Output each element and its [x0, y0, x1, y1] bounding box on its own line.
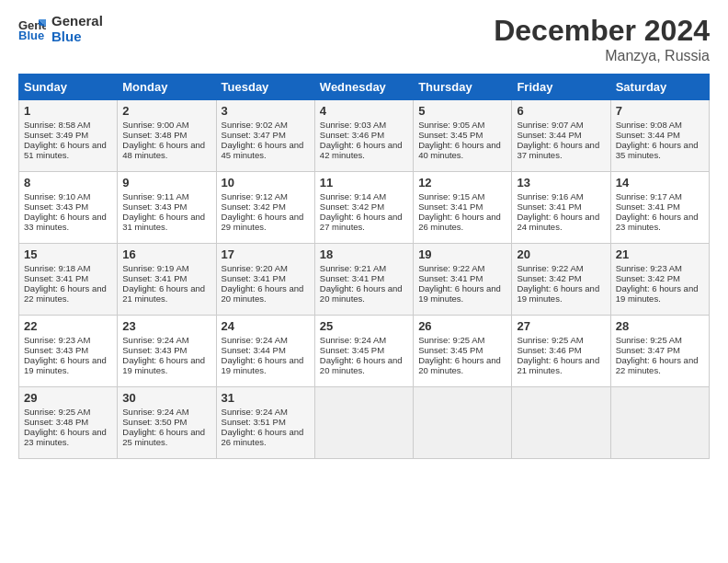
day-number: 2: [122, 104, 210, 118]
calendar-table: Sunday Monday Tuesday Wednesday Thursday…: [18, 74, 710, 459]
daylight-text: Daylight: 6 hours and 45 minutes.: [222, 140, 304, 160]
table-row: 20Sunrise: 9:22 AMSunset: 3:42 PMDayligh…: [512, 244, 610, 316]
table-row: 27Sunrise: 9:25 AMSunset: 3:46 PMDayligh…: [512, 316, 610, 387]
day-number: 7: [616, 104, 704, 118]
daylight-text: Daylight: 6 hours and 29 minutes.: [222, 212, 304, 232]
calendar-week-2: 8Sunrise: 9:10 AMSunset: 3:43 PMDaylight…: [19, 172, 710, 244]
sunset-text: Sunset: 3:41 PM: [418, 201, 483, 212]
day-number: 26: [418, 319, 506, 333]
sunset-text: Sunset: 3:41 PM: [222, 273, 286, 283]
sunset-text: Sunset: 3:48 PM: [122, 130, 187, 140]
sunset-text: Sunset: 3:44 PM: [517, 130, 581, 140]
day-number: 21: [616, 247, 704, 261]
daylight-text: Daylight: 6 hours and 31 minutes.: [122, 212, 205, 232]
sunrise-text: Sunrise: 9:21 AM: [320, 263, 386, 273]
calendar-week-5: 29Sunrise: 9:25 AMSunset: 3:48 PMDayligh…: [19, 387, 710, 459]
daylight-text: Daylight: 6 hours and 19 minutes.: [616, 283, 699, 304]
location-title: Manzya, Russia: [494, 48, 710, 64]
table-row: 24Sunrise: 9:24 AMSunset: 3:44 PMDayligh…: [216, 316, 314, 387]
table-row: 16Sunrise: 9:19 AMSunset: 3:41 PMDayligh…: [118, 244, 216, 316]
header-row: Sunday Monday Tuesday Wednesday Thursday…: [19, 75, 710, 100]
sunset-text: Sunset: 3:42 PM: [517, 273, 581, 283]
sunrise-text: Sunrise: 9:22 AM: [418, 263, 484, 273]
logo-general-text: General: [51, 14, 103, 29]
sunrise-text: Sunrise: 9:25 AM: [616, 335, 682, 345]
table-row: 6Sunrise: 9:07 AMSunset: 3:44 PMDaylight…: [512, 100, 610, 172]
sunrise-text: Sunrise: 9:00 AM: [122, 120, 188, 130]
calendar-week-4: 22Sunrise: 9:23 AMSunset: 3:43 PMDayligh…: [19, 316, 710, 387]
day-number: 3: [222, 104, 310, 118]
day-number: 24: [222, 319, 310, 333]
table-row: 5Sunrise: 9:05 AMSunset: 3:45 PMDaylight…: [414, 100, 512, 172]
daylight-text: Daylight: 6 hours and 19 minutes.: [418, 283, 501, 304]
table-row: 18Sunrise: 9:21 AMSunset: 3:41 PMDayligh…: [314, 244, 413, 316]
daylight-text: Daylight: 6 hours and 27 minutes.: [320, 212, 403, 232]
table-row: [414, 387, 512, 459]
daylight-text: Daylight: 6 hours and 26 minutes.: [418, 212, 501, 232]
logo-blue-text: Blue: [51, 29, 103, 45]
table-row: 12Sunrise: 9:15 AMSunset: 3:41 PMDayligh…: [414, 172, 512, 244]
table-row: 19Sunrise: 9:22 AMSunset: 3:41 PMDayligh…: [414, 244, 512, 316]
col-saturday: Saturday: [610, 75, 709, 100]
col-friday: Friday: [512, 75, 610, 100]
logo: General Blue General Blue: [18, 14, 103, 44]
daylight-text: Daylight: 6 hours and 19 minutes.: [122, 355, 205, 375]
table-row: 13Sunrise: 9:16 AMSunset: 3:41 PMDayligh…: [512, 172, 610, 244]
table-row: 26Sunrise: 9:25 AMSunset: 3:45 PMDayligh…: [414, 316, 512, 387]
daylight-text: Daylight: 6 hours and 51 minutes.: [24, 140, 107, 160]
sunset-text: Sunset: 3:42 PM: [616, 273, 680, 283]
table-row: 21Sunrise: 9:23 AMSunset: 3:42 PMDayligh…: [610, 244, 709, 316]
table-row: 1Sunrise: 8:58 AMSunset: 3:49 PMDaylight…: [19, 100, 118, 172]
sunset-text: Sunset: 3:45 PM: [418, 130, 483, 140]
sunrise-text: Sunrise: 9:25 AM: [418, 335, 484, 345]
table-row: 4Sunrise: 9:03 AMSunset: 3:46 PMDaylight…: [314, 100, 413, 172]
daylight-text: Daylight: 6 hours and 37 minutes.: [517, 140, 599, 160]
logo-icon: General Blue: [18, 17, 46, 40]
sunrise-text: Sunrise: 9:23 AM: [616, 263, 682, 273]
col-monday: Monday: [118, 75, 216, 100]
calendar-week-3: 15Sunrise: 9:18 AMSunset: 3:41 PMDayligh…: [19, 244, 710, 316]
day-number: 19: [418, 247, 506, 261]
daylight-text: Daylight: 6 hours and 19 minutes.: [517, 283, 599, 304]
table-row: 14Sunrise: 9:17 AMSunset: 3:41 PMDayligh…: [610, 172, 709, 244]
sunrise-text: Sunrise: 9:24 AM: [320, 335, 386, 345]
table-row: 3Sunrise: 9:02 AMSunset: 3:47 PMDaylight…: [216, 100, 314, 172]
sunrise-text: Sunrise: 9:14 AM: [320, 191, 386, 201]
day-number: 27: [517, 319, 605, 333]
sunset-text: Sunset: 3:43 PM: [24, 201, 88, 212]
day-number: 10: [222, 176, 310, 190]
daylight-text: Daylight: 6 hours and 35 minutes.: [616, 140, 699, 160]
daylight-text: Daylight: 6 hours and 23 minutes.: [24, 427, 107, 447]
sunset-text: Sunset: 3:50 PM: [122, 417, 187, 427]
table-row: 31Sunrise: 9:24 AMSunset: 3:51 PMDayligh…: [216, 387, 314, 459]
daylight-text: Daylight: 6 hours and 48 minutes.: [122, 140, 205, 160]
sunrise-text: Sunrise: 8:58 AM: [24, 120, 90, 130]
col-sunday: Sunday: [19, 75, 118, 100]
day-number: 8: [24, 176, 112, 190]
sunrise-text: Sunrise: 9:08 AM: [616, 120, 682, 130]
sunset-text: Sunset: 3:43 PM: [122, 201, 187, 212]
day-number: 29: [24, 391, 112, 405]
day-number: 5: [418, 104, 506, 118]
table-row: 17Sunrise: 9:20 AMSunset: 3:41 PMDayligh…: [216, 244, 314, 316]
table-row: 25Sunrise: 9:24 AMSunset: 3:45 PMDayligh…: [314, 316, 413, 387]
table-row: 11Sunrise: 9:14 AMSunset: 3:42 PMDayligh…: [314, 172, 413, 244]
day-number: 15: [24, 247, 112, 261]
table-row: 7Sunrise: 9:08 AMSunset: 3:44 PMDaylight…: [610, 100, 709, 172]
svg-text:Blue: Blue: [18, 29, 44, 40]
sunset-text: Sunset: 3:42 PM: [222, 201, 286, 212]
sunset-text: Sunset: 3:45 PM: [418, 345, 483, 355]
sunrise-text: Sunrise: 9:18 AM: [24, 263, 90, 273]
daylight-text: Daylight: 6 hours and 26 minutes.: [222, 427, 304, 447]
header: General Blue General Blue December 2024 …: [18, 14, 710, 64]
sunset-text: Sunset: 3:41 PM: [24, 273, 88, 283]
day-number: 17: [222, 247, 310, 261]
daylight-text: Daylight: 6 hours and 21 minutes.: [122, 283, 205, 304]
daylight-text: Daylight: 6 hours and 25 minutes.: [122, 427, 205, 447]
daylight-text: Daylight: 6 hours and 21 minutes.: [517, 355, 599, 375]
daylight-text: Daylight: 6 hours and 20 minutes.: [320, 355, 403, 375]
daylight-text: Daylight: 6 hours and 22 minutes.: [24, 283, 107, 304]
sunset-text: Sunset: 3:48 PM: [24, 417, 88, 427]
daylight-text: Daylight: 6 hours and 33 minutes.: [24, 212, 107, 232]
table-row: 28Sunrise: 9:25 AMSunset: 3:47 PMDayligh…: [610, 316, 709, 387]
